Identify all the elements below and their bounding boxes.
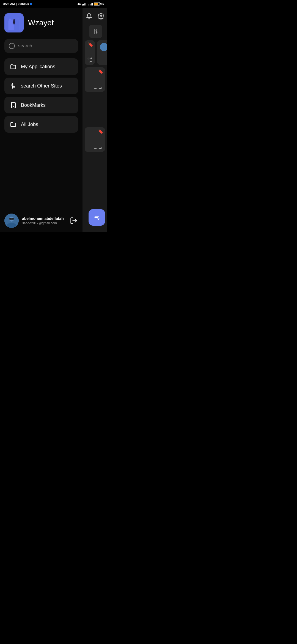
- signal-bar-2: [83, 4, 84, 6]
- menu-item-search-other-sites[interactable]: search Other Sites: [4, 78, 78, 94]
- job-card-label-2: عمل مو: [87, 86, 102, 89]
- network-speed: 0.8KB/s: [18, 2, 29, 6]
- data-indicator: i: [30, 3, 32, 5]
- filter-row: [82, 25, 107, 40]
- sliders-icon: [93, 28, 99, 34]
- signal-bar-3: [84, 3, 85, 6]
- svg-rect-11: [7, 223, 16, 228]
- signal-bar-8: [92, 3, 93, 6]
- svg-point-14: [12, 218, 14, 220]
- menu-item-my-applications[interactable]: My Applications: [4, 58, 78, 75]
- logout-button[interactable]: [69, 216, 78, 225]
- status-bar: 8:28 AM | 0.8KB/s i 4G 86: [0, 0, 107, 8]
- user-info: abelmonem abdelfatah 3abdo2017@gmail.com: [22, 216, 66, 225]
- avatar-image: [4, 214, 19, 228]
- job-avatar-1: [100, 43, 107, 51]
- signal-bar-1: [82, 4, 83, 6]
- right-panel: 🔖 عمل مو 🔖 عمل مو 🔖 عمل مو: [82, 8, 107, 232]
- job-card-1[interactable]: 🔖 عمل مو: [85, 40, 95, 65]
- menu-item-all-jobs[interactable]: All Jobs: [4, 116, 78, 133]
- settings-button[interactable]: [97, 11, 105, 21]
- signal-bar-5: [89, 4, 89, 6]
- filter-icon: [10, 83, 16, 89]
- list-icon: [93, 214, 101, 221]
- bell-icon: [86, 13, 92, 20]
- job-card-4[interactable]: 🔖 عمل مو: [85, 127, 105, 152]
- signal-bar-4: [86, 3, 86, 6]
- all-jobs-label: All Jobs: [21, 122, 38, 127]
- app-logo-icon: [4, 13, 24, 32]
- status-left: 8:28 AM | 0.8KB/s i: [3, 2, 32, 6]
- search-icon: [9, 43, 15, 49]
- folder-icon-applications: [10, 63, 16, 70]
- search-bar[interactable]: search: [4, 39, 78, 53]
- job-card-label-3: عمل مو: [87, 146, 102, 149]
- job-card-3[interactable]: 🔖 عمل مو: [85, 67, 105, 92]
- svg-point-13: [9, 218, 11, 220]
- main-layout: Wzayef search My Applications: [0, 8, 107, 232]
- bookmark-icon: [10, 102, 16, 108]
- network-type: 4G: [78, 2, 81, 6]
- job-cards-row-3: 🔖 عمل مو: [82, 127, 107, 154]
- bookmark-badge-3: 🔖: [98, 129, 103, 134]
- drawer: Wzayef search My Applications: [0, 8, 82, 232]
- battery-indicator: [94, 2, 100, 6]
- bookmark-badge-1: 🔖: [88, 42, 93, 47]
- battery-percent: 86: [101, 2, 104, 6]
- drawer-header: Wzayef: [4, 13, 78, 32]
- right-top-icons: [82, 8, 107, 25]
- notification-button[interactable]: [85, 11, 93, 21]
- bookmark-badge-2: 🔖: [98, 69, 103, 74]
- separator: |: [16, 2, 17, 6]
- menu-items: My Applications search Other Sites: [4, 58, 78, 209]
- signal-bar-6: [90, 4, 90, 6]
- signal-bars: [82, 2, 86, 6]
- svg-point-16: [100, 15, 102, 17]
- user-email: 3abdo2017@gmail.com: [22, 221, 66, 225]
- bookmarks-label: BookMarks: [21, 102, 46, 108]
- drawer-footer: abelmonem abdelfatah 3abdo2017@gmail.com: [4, 209, 78, 228]
- app-title: Wzayef: [28, 18, 54, 27]
- signal-bars-2: [89, 2, 93, 6]
- job-cards-row-1: 🔖 عمل مو: [82, 40, 107, 67]
- fab-button[interactable]: [89, 209, 105, 226]
- job-card-2[interactable]: [97, 40, 107, 65]
- search-other-sites-label: search Other Sites: [21, 83, 62, 89]
- time-display: 8:28 AM: [3, 2, 15, 6]
- user-avatar: [4, 214, 19, 228]
- search-placeholder: search: [18, 43, 32, 49]
- signal-bar-7: [91, 3, 92, 6]
- filter-button[interactable]: [89, 25, 102, 38]
- user-name: abelmonem abdelfatah: [22, 216, 66, 221]
- folder-icon-jobs: [10, 121, 16, 128]
- status-right: 4G 86: [78, 2, 104, 6]
- battery-fill: [94, 3, 98, 5]
- job-card-label-1: عمل مو: [87, 57, 92, 62]
- my-applications-label: My Applications: [21, 64, 55, 70]
- logout-icon: [70, 217, 78, 225]
- job-cards-row-2: 🔖 عمل مو: [82, 67, 107, 94]
- menu-item-bookmarks[interactable]: BookMarks: [4, 97, 78, 113]
- gear-icon: [98, 13, 104, 20]
